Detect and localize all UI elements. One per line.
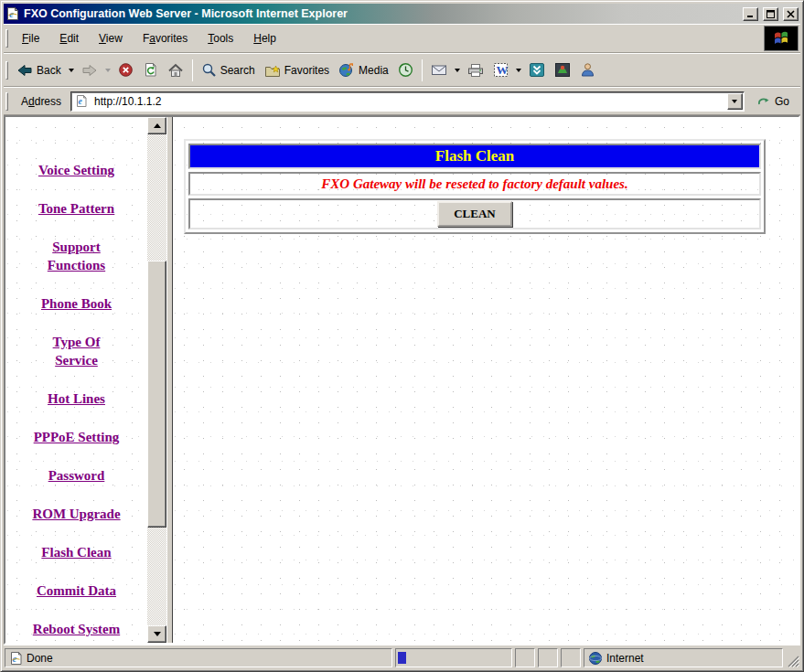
sidebar-nav-item: Password (9, 466, 144, 485)
menu-item[interactable]: Edit (49, 27, 89, 49)
sidebar-link[interactable]: Voice Setting (38, 163, 114, 177)
forward-dropdown[interactable] (102, 57, 113, 84)
favorites-button[interactable]: Favorites (260, 57, 334, 84)
chevron-panel-icon (529, 62, 545, 78)
status-bar: e Done Internet (4, 645, 800, 668)
media-label: Media (359, 64, 389, 77)
resize-grip-icon (788, 656, 799, 667)
scrollbar-thumb[interactable] (147, 261, 166, 528)
sidebar-nav-item: Hot Lines (9, 389, 144, 408)
sidebar-nav-item: Phone Book (9, 294, 144, 313)
sidebar-nav-item: Voice Setting (9, 161, 144, 179)
scroll-down-button[interactable] (147, 625, 166, 643)
back-dropdown[interactable] (66, 57, 77, 84)
mail-dropdown[interactable] (452, 57, 463, 84)
go-button[interactable]: Go (749, 90, 797, 112)
windows-flag-throbber (764, 26, 799, 51)
window-title: FXO Configuration Web Server - Microsoft… (24, 7, 738, 20)
browser-viewport: Voice Setting Tone Pattern Support Funct… (4, 115, 800, 645)
home-button[interactable] (163, 57, 188, 84)
sidebar-link[interactable]: Password (48, 468, 105, 483)
sidebar-link[interactable]: Reboot System (33, 622, 120, 636)
search-label: Search (220, 64, 255, 77)
progress-pane (395, 648, 512, 667)
edit-button[interactable]: W (488, 57, 513, 84)
internet-globe-icon (588, 651, 603, 666)
frame-divider[interactable] (166, 117, 173, 643)
sidebar-nav-item: PPPoE Setting (9, 428, 144, 446)
rebar-grip[interactable] (5, 61, 8, 80)
sidebar-link[interactable]: Hot Lines (48, 391, 105, 406)
edit-dropdown[interactable] (513, 57, 524, 84)
title-bar[interactable]: e FXO Configuration Web Server - Microso… (4, 4, 800, 24)
history-clock-icon (398, 62, 413, 78)
menu-item[interactable]: File (12, 27, 49, 49)
history-button[interactable] (393, 57, 418, 84)
sidebar-nav-item: Support Functions (9, 238, 144, 274)
stop-button[interactable] (113, 57, 138, 84)
messenger-button[interactable] (575, 57, 600, 84)
back-button[interactable]: Back (12, 57, 66, 84)
sidebar-link[interactable]: ROM Upgrade (32, 507, 120, 521)
address-combo: e (70, 91, 745, 112)
mail-button[interactable] (426, 57, 452, 84)
favorites-folder-star-icon (264, 63, 281, 78)
msn-button[interactable] (550, 57, 575, 84)
print-button[interactable] (463, 57, 488, 84)
sidebar-nav-item: Flash Clean (9, 543, 144, 561)
rebar-grip[interactable] (5, 92, 8, 111)
refresh-icon (143, 62, 158, 78)
sidebar-link[interactable]: Support Functions (48, 240, 105, 272)
toolbar-separator (422, 59, 423, 81)
status-pane-small (515, 648, 535, 667)
refresh-button[interactable] (138, 57, 163, 84)
menu-item[interactable]: View (89, 27, 133, 49)
menu-item[interactable]: Favorites (133, 27, 198, 49)
sidebar-link[interactable]: Flash Clean (41, 545, 111, 560)
sidebar-nav-item: Tone Pattern (9, 199, 144, 218)
mail-envelope-icon (431, 63, 447, 77)
sidebar-nav-item: Type Of Service (9, 333, 144, 369)
sidebar-link[interactable]: Commit Data (37, 583, 116, 598)
scrollbar-track[interactable] (147, 134, 166, 625)
search-magnifier-icon (201, 62, 217, 78)
flash-clean-panel: Flash Clean FXO Gateway will be reseted … (184, 139, 766, 234)
back-label: Back (37, 64, 61, 77)
rebar-grip[interactable] (5, 29, 8, 48)
address-input[interactable] (92, 93, 723, 110)
chevron-panel-button[interactable] (524, 57, 550, 84)
dropdown-arrow-icon (732, 100, 737, 103)
menu-item[interactable]: Tools (198, 27, 243, 49)
sidebar-link[interactable]: Tone Pattern (38, 201, 114, 216)
close-icon (787, 10, 795, 18)
address-dropdown-button[interactable] (727, 93, 743, 110)
windows-flag-icon (771, 29, 791, 48)
forward-button[interactable] (77, 57, 102, 84)
home-icon (167, 63, 184, 78)
ie-page-icon: e (9, 651, 23, 666)
navigation-frame: Voice Setting Tone Pattern Support Funct… (5, 117, 166, 643)
edit-word-icon: W (493, 62, 509, 78)
sidebar-nav: Voice Setting Tone Pattern Support Funct… (5, 117, 147, 638)
close-button[interactable] (783, 7, 799, 21)
msn-icon (554, 62, 571, 78)
security-zone-pane: Internet (584, 648, 783, 667)
clean-button[interactable]: CLEAN (437, 201, 512, 227)
menu-item[interactable]: Help (243, 27, 286, 49)
resize-grip[interactable] (786, 648, 799, 667)
sidebar-scrollbar[interactable] (147, 117, 166, 643)
minimize-button[interactable] (743, 7, 758, 21)
search-button[interactable]: Search (197, 57, 260, 84)
scroll-up-button[interactable] (147, 117, 166, 134)
menu-bar: File Edit View Favorites Tools Help (4, 24, 800, 53)
status-pane-small (561, 648, 581, 667)
progress-chunk (398, 652, 406, 664)
media-button[interactable]: Media (334, 57, 393, 84)
maximize-button[interactable] (763, 7, 778, 21)
minimize-icon (746, 10, 755, 18)
sidebar-link[interactable]: PPPoE Setting (34, 430, 120, 444)
sidebar-nav-item: ROM Upgrade (9, 505, 144, 523)
toolbar: Back (4, 53, 800, 87)
sidebar-link[interactable]: Type Of Service (53, 335, 101, 368)
sidebar-link[interactable]: Phone Book (41, 296, 112, 311)
